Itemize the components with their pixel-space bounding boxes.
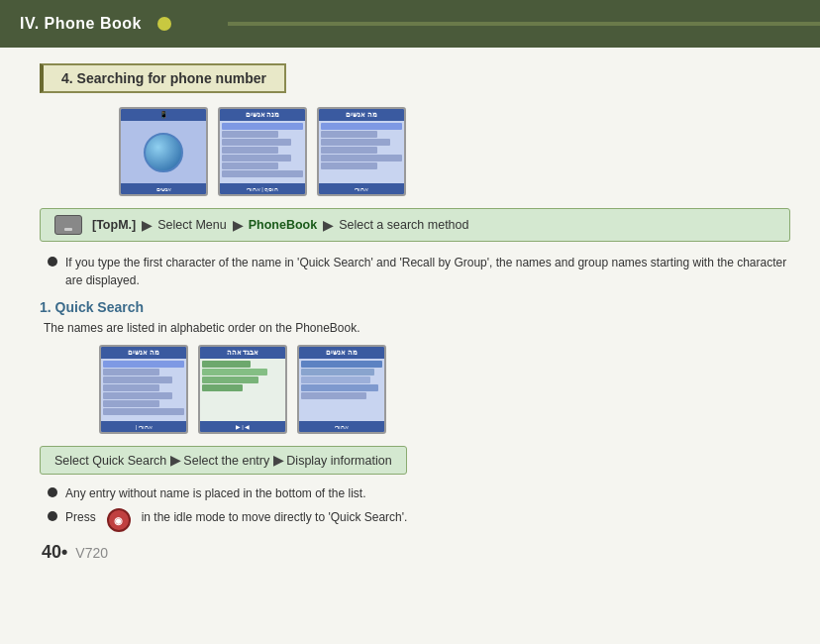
bullet-text-3-prefix: Press: [65, 508, 96, 526]
step-bar-part-1: Select Quick Search: [54, 454, 166, 468]
step-bar-part-2: Select the entry: [183, 454, 269, 468]
phone-screen-6: מה אנשים אחורי: [297, 345, 386, 434]
header-line: [228, 22, 820, 26]
bullet-dot-1: [48, 257, 57, 267]
phone-screen-5-body: [200, 359, 285, 421]
nav-button-icon: ◉: [107, 508, 131, 532]
phone-screen-4-footer: | אחורי: [101, 421, 186, 432]
phone-screen-1: 📱 אנשים: [119, 107, 208, 196]
step-bar: Select Quick Search ▶ Select the entry ▶…: [40, 446, 407, 475]
header-dot-icon: [157, 17, 171, 31]
header-title: IV. Phone Book: [20, 15, 142, 33]
arrow-2: ▶: [233, 218, 243, 233]
quick-search-desc: The names are listed in alphabetic order…: [44, 321, 790, 335]
arrow-3: ▶: [323, 218, 333, 233]
page-bullet: •: [61, 542, 67, 563]
bullet-text-2: Any entry without name is placed in the …: [65, 484, 366, 502]
page-footer: 40 • V720: [40, 542, 790, 563]
section-title: 4. Searching for phone number: [40, 63, 286, 93]
phone-screen-4: מה אנשים | אחורי: [99, 345, 188, 434]
instruction-phonebook: PhoneBook: [249, 218, 317, 232]
phone-screen-4-body: [101, 359, 186, 421]
phone-screen-2-body: [220, 121, 305, 183]
bullet-text-1: If you type the first character of the n…: [65, 254, 790, 289]
bullet-item-2: Any entry without name is placed in the …: [48, 484, 790, 502]
instruction-step-1: Select Menu: [157, 218, 226, 232]
phone-screen-1-body: [121, 121, 206, 183]
phone-screen-3-footer: אחורי: [319, 183, 404, 194]
phone-screen-3: מה אנשים אחורי: [317, 107, 406, 196]
step-bar-part-3: Display information: [286, 454, 391, 468]
model-name: V720: [75, 545, 108, 561]
bullet-item-3: Press ◉ in the idle mode to move directl…: [48, 508, 790, 532]
phone-screen-6-header: מה אנשים: [299, 347, 384, 359]
phone-screen-5-footer: ▶ | ◀: [200, 421, 285, 432]
arrow-1: ▶: [142, 218, 152, 233]
phone-screen-4-header: מה אנשים: [101, 347, 186, 359]
topM-icon: [54, 215, 82, 235]
main-content: 4. Searching for phone number 📱 אנשים מנ…: [0, 48, 820, 579]
phone-screen-5-header: אבגד אהה: [200, 347, 285, 359]
bullet-item-1: If you type the first character of the n…: [48, 254, 790, 289]
phone-screenshots-row-1: 📱 אנשים מנה אנשים הוסף | אחורי מה אנשים: [119, 107, 790, 196]
bullet-dot-3: [48, 511, 57, 521]
phone-screen-3-body: [319, 121, 404, 183]
phone-screen-2: מנה אנשים הוסף | אחורי: [218, 107, 307, 196]
phone-screen-5: אבגד אהה ▶ | ◀: [198, 345, 287, 434]
phone-screen-2-header: מנה אנשים: [220, 109, 305, 121]
phone-screen-6-body: [299, 359, 384, 421]
bullet-section-2: Any entry without name is placed in the …: [40, 484, 790, 532]
step-arrow-2: ▶: [273, 453, 287, 468]
phone-screen-6-footer: אחורי: [299, 421, 384, 432]
quick-search-heading: 1. Quick Search: [40, 299, 790, 315]
bullet-dot-2: [48, 487, 57, 497]
phone-screen-3-header: מה אנשים: [319, 109, 404, 121]
page-header: IV. Phone Book: [0, 0, 820, 48]
globe-icon: [144, 133, 183, 172]
phone-screen-2-footer: הוסף | אחורי: [220, 183, 305, 194]
step-arrow-1: ▶: [170, 453, 184, 468]
page-number: 40: [42, 542, 61, 563]
instruction-bar-1: [TopM.] ▶ Select Menu ▶ PhoneBook ▶ Sele…: [40, 208, 790, 242]
bullet-text-3-suffix: in the idle mode to move directly to 'Qu…: [142, 508, 408, 526]
phone-screenshots-row-2: מה אנשים | אחורי אבגד אהה ▶ | ◀: [99, 345, 790, 434]
phone-screen-1-header: 📱: [121, 109, 206, 121]
bullet-section-1: If you type the first character of the n…: [40, 254, 790, 289]
instruction-step-3: Select a search method: [339, 218, 468, 232]
instruction-topM: [TopM.]: [92, 218, 136, 232]
phone-screen-1-footer: אנשים: [121, 183, 206, 194]
